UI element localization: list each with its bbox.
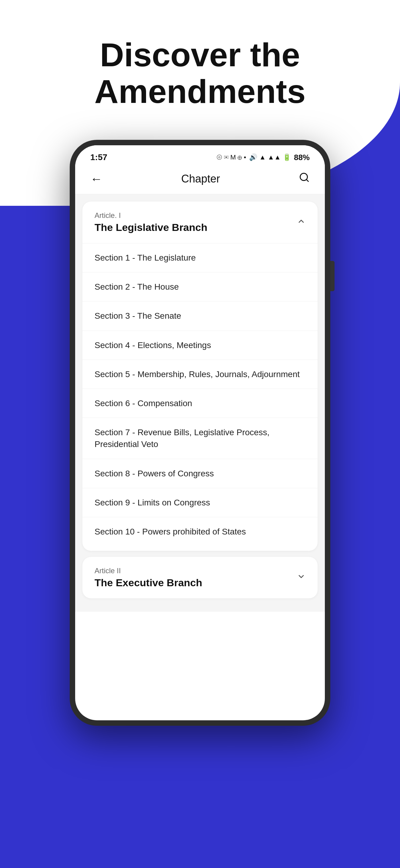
search-button[interactable] [299,172,310,186]
back-button[interactable]: ← [90,173,103,185]
status-icons: ⦾ ✉ M ⊕ • 🔊 ▲ ▲▲ 🔋 88% [217,153,310,162]
phone-screen: 1:57 ⦾ ✉ M ⊕ • 🔊 ▲ ▲▲ 🔋 88% ← Chapter [75,145,325,720]
status-bar: 1:57 ⦾ ✉ M ⊕ • 🔊 ▲ ▲▲ 🔋 88% [75,145,325,166]
phone-side-button [330,261,335,291]
article-2-chevron [297,572,306,583]
section-item[interactable]: Section 5 - Membership, Rules, Journals,… [82,360,318,389]
section-item[interactable]: Section 6 - Compensation [82,389,318,417]
article-2-info: Article II The Executive Branch [94,566,202,589]
article-2-header[interactable]: Article II The Executive Branch [82,557,318,598]
content-area: Article. I The Legislative Branch Sectio… [75,194,325,612]
article-1-chevron [297,217,306,228]
header-title: Chapter [181,173,220,185]
page-title: Discover the Amendments [0,36,400,110]
article-1-header[interactable]: Article. I The Legislative Branch [82,202,318,243]
section-item[interactable]: Section 3 - The Senate [82,301,318,330]
section-item[interactable]: Section 2 - The House [82,272,318,301]
section-item[interactable]: Section 4 - Elections, Meetings [82,331,318,360]
article-1-label: Article. I [94,211,207,220]
status-time: 1:57 [90,153,107,162]
phone-frame: 1:57 ⦾ ✉ M ⊕ • 🔊 ▲ ▲▲ 🔋 88% ← Chapter [70,140,330,726]
battery-text: 88% [294,153,310,162]
svg-line-1 [306,180,309,182]
page-title-container: Discover the Amendments [0,0,400,128]
app-header: ← Chapter [75,166,325,194]
article-1-title: The Legislative Branch [94,221,207,234]
section-item[interactable]: Section 10 - Powers prohibited of States [82,517,318,546]
section-item[interactable]: Section 1 - The Legislature [82,243,318,272]
article-2-label: Article II [94,566,202,575]
section-item[interactable]: Section 7 - Revenue Bills, Legislative P… [82,417,318,459]
section-item[interactable]: Section 8 - Powers of Congress [82,459,318,488]
article-card-1: Article. I The Legislative Branch Sectio… [82,202,318,551]
article-1-info: Article. I The Legislative Branch [94,211,207,234]
section-item[interactable]: Section 9 - Limits on Congress [82,488,318,517]
notification-icons: ⦾ ✉ M ⊕ • [217,153,246,161]
article-1-sections: Section 1 - The Legislature Section 2 - … [82,243,318,551]
signal-icons: 🔊 ▲ ▲▲ 🔋 [249,153,291,161]
article-card-2: Article II The Executive Branch [82,557,318,598]
article-2-title: The Executive Branch [94,577,202,589]
phone-wrapper: 1:57 ⦾ ✉ M ⊕ • 🔊 ▲ ▲▲ 🔋 88% ← Chapter [0,128,400,726]
